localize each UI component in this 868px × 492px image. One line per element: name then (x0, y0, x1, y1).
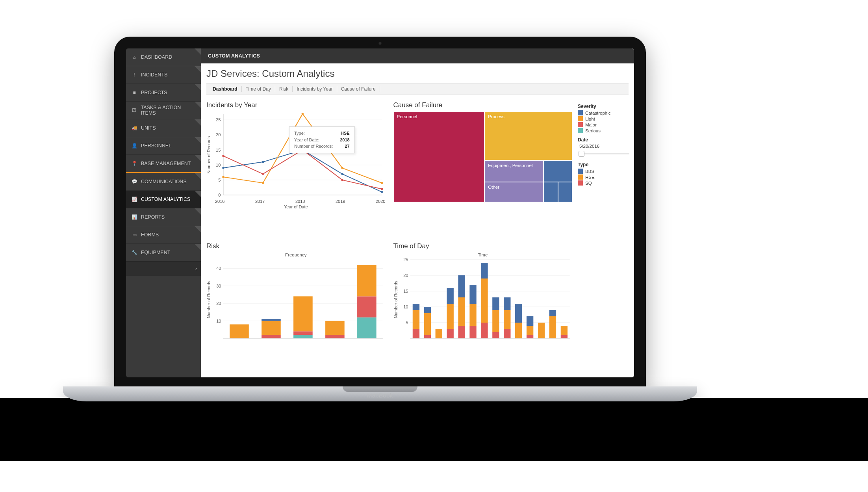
slider-handle[interactable] (579, 151, 584, 157)
chart-title: Incidents by Year (206, 101, 386, 109)
svg-rect-48 (357, 265, 377, 296)
svg-point-20 (262, 182, 264, 184)
sidebar-item-custom-analytics[interactable]: 📈 CUSTOM ANALYTICS (126, 190, 201, 208)
treemap-block[interactable]: Personnel (393, 111, 485, 202)
legend-item-catastrophic[interactable]: Catastrophic (578, 110, 631, 115)
sidebar-item-label: INCIDENTS (141, 72, 167, 78)
sidebar-item-incidents[interactable]: ! INCIDENTS (126, 66, 201, 84)
legend-item-sq[interactable]: SQ (578, 180, 631, 186)
legend-item-serious[interactable]: Serious (578, 128, 631, 133)
legend-item-bbs[interactable]: BBS (578, 169, 631, 174)
chart-subtitle: Time (393, 252, 573, 257)
base-management-icon: 📍 (132, 161, 137, 166)
application-window: ⌂ DASHBOARD ! INCIDENTS ■ PROJECTS ☑ TAS… (126, 48, 634, 377)
svg-rect-61 (412, 310, 419, 329)
svg-rect-63 (424, 335, 430, 338)
svg-text:0: 0 (218, 193, 221, 197)
sidebar-item-personnel[interactable]: 👤 PERSONNEL (126, 137, 201, 154)
svg-point-27 (341, 179, 343, 181)
treemap-block[interactable] (543, 160, 572, 182)
treemap-chart[interactable]: PersonnelProcessEquipment, PersonnelOthe… (393, 111, 573, 202)
legend-label: SQ (585, 181, 592, 186)
laptop-hinge (343, 386, 417, 392)
tab-risk[interactable]: Risk (275, 86, 293, 92)
sidebar-item-label: UNITS (141, 125, 156, 131)
svg-rect-88 (526, 326, 533, 335)
svg-rect-82 (504, 329, 510, 338)
treemap-block[interactable]: Equipment, Personnel (484, 160, 543, 182)
dashboard-icon: ⌂ (132, 54, 137, 60)
x-tick: 2020 (376, 199, 385, 204)
svg-rect-42 (293, 331, 313, 335)
svg-text:20: 20 (403, 273, 408, 277)
svg-text:5: 5 (218, 178, 221, 182)
sidebar-item-communications[interactable]: 💬 COMMUNICATIONS (126, 173, 201, 190)
svg-text:20: 20 (216, 301, 221, 305)
svg-rect-93 (560, 335, 567, 338)
bar-chart-risk[interactable]: 10203040 (211, 258, 386, 341)
fold-icon (195, 226, 201, 232)
tab-dashboard[interactable]: Dashboard (209, 86, 242, 92)
legend-item-major[interactable]: Major (578, 122, 631, 127)
device-label: MacBook (63, 392, 697, 399)
sidebar-item-forms[interactable]: ▭ FORMS (126, 226, 201, 243)
sidebar-item-projects[interactable]: ■ PROJECTS (126, 84, 201, 101)
swatch-icon (578, 122, 583, 127)
svg-text:15: 15 (216, 148, 221, 152)
legend-item-hse[interactable]: HSE (578, 175, 631, 180)
tab-cause-of-failure[interactable]: Cause of Failure (337, 86, 380, 92)
svg-text:25: 25 (216, 118, 221, 122)
chart-title: Time of Day (393, 242, 573, 250)
svg-rect-89 (526, 316, 533, 326)
sidebar-item-base-management[interactable]: 📍 BASE MANAGEMENT (126, 154, 201, 172)
y-axis-label: Number of Records (393, 258, 398, 341)
svg-point-19 (222, 176, 224, 178)
legend-item-light[interactable]: Light (578, 116, 631, 121)
sidebar-item-label: BASE MANAGEMENT (141, 161, 191, 166)
sidebar-item-label: PROJECTS (141, 90, 167, 95)
treemap-block[interactable] (558, 182, 572, 202)
sidebar-item-dashboard[interactable]: ⌂ DASHBOARD (126, 48, 201, 66)
svg-text:10: 10 (216, 163, 221, 167)
panel-time-of-day: Time of Day Time Number of Records 51015… (393, 242, 573, 378)
date-value: 5/20/2016 (578, 144, 631, 149)
projects-icon: ■ (132, 90, 137, 95)
chevron-left-icon: ‹ (195, 266, 197, 272)
treemap-block[interactable]: Other (484, 182, 543, 202)
page-title: JD Services: Custom Analytics (206, 68, 629, 79)
sidebar-item-equipment[interactable]: 🔧 EQUIPMENT (126, 243, 201, 261)
svg-point-22 (341, 167, 343, 169)
collapse-sidebar-button[interactable]: ‹ (126, 261, 201, 276)
treemap-block[interactable] (543, 182, 558, 202)
legend-label: Catastrophic (585, 111, 611, 115)
tab-time-of-day[interactable]: Time of Day (242, 86, 275, 92)
svg-point-21 (302, 113, 304, 115)
fold-icon (195, 155, 201, 161)
svg-rect-80 (492, 310, 499, 332)
line-chart[interactable]: 0510152025 (211, 111, 386, 198)
svg-rect-87 (526, 335, 533, 338)
sidebar-item-label: FORMS (141, 232, 159, 238)
legend-label: Serious (585, 128, 601, 133)
svg-rect-37 (230, 324, 249, 338)
fold-icon (195, 244, 201, 250)
svg-rect-40 (262, 319, 281, 321)
treemap-block[interactable]: Process (484, 111, 572, 160)
tab-incidents-by-year[interactable]: Incidents by Year (293, 86, 337, 92)
sidebar-item-units[interactable]: 🚚 UNITS (126, 119, 201, 137)
incidents-icon: ! (132, 72, 137, 78)
svg-text:25: 25 (403, 258, 408, 262)
sidebar-item-reports[interactable]: 📊 REPORTS (126, 208, 201, 226)
sidebar-item-label: DASHBOARD (141, 54, 172, 60)
date-slider[interactable] (578, 149, 631, 158)
svg-rect-79 (492, 332, 499, 338)
panel-risk: Risk Frequency Number of Records 1020304… (206, 242, 386, 378)
svg-rect-46 (357, 317, 377, 338)
svg-rect-62 (412, 304, 419, 310)
legend-label: Major (585, 123, 597, 127)
swatch-icon (578, 180, 583, 186)
chart-subtitle: Frequency (206, 252, 386, 257)
sidebar: ⌂ DASHBOARD ! INCIDENTS ■ PROJECTS ☑ TAS… (126, 48, 201, 377)
bar-chart-time[interactable]: 510152025 (398, 258, 573, 341)
sidebar-item-tasks-action-items[interactable]: ☑ TASKS & ACTION ITEMS (126, 101, 201, 119)
